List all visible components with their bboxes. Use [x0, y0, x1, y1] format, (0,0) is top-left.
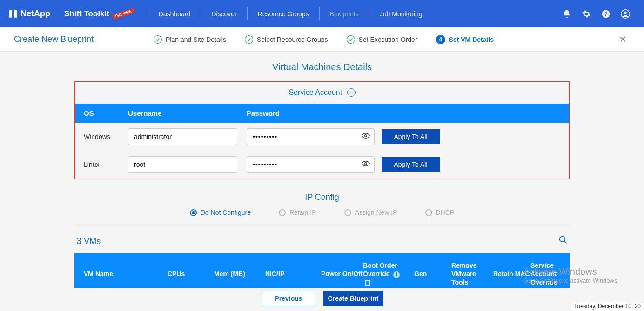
- service-account-row-windows: Windows Apply To All: [75, 123, 569, 151]
- radio-label: Assign New IP: [355, 209, 397, 216]
- nav-dashboard[interactable]: Dashboard: [153, 7, 196, 20]
- help-icon[interactable]: ?: [601, 9, 610, 19]
- apply-to-all-button[interactable]: Apply To All: [382, 157, 440, 172]
- wizard-steps: Plan and Site Details Select Resource Gr…: [154, 35, 494, 44]
- netapp-logo-icon: [9, 10, 17, 18]
- service-account-row-linux: Linux Apply To All: [75, 151, 569, 179]
- top-nav: NetApp Shift Toolkit PREVIEW Dashboard D…: [0, 0, 644, 27]
- os-label: Windows: [84, 133, 128, 140]
- th-gen: Gen: [414, 270, 451, 278]
- step-number-badge: 4: [436, 35, 445, 44]
- wizard-step-1[interactable]: Plan and Site Details: [154, 35, 226, 44]
- password-input[interactable]: [247, 128, 375, 145]
- app-name: Shift Toolkit: [64, 9, 109, 19]
- ip-option-do-not-configure[interactable]: Do Not Configure: [190, 209, 251, 216]
- close-icon[interactable]: ✕: [616, 33, 630, 46]
- service-account-panel: Service Account − OS Username Password W…: [74, 81, 570, 179]
- password-input[interactable]: [247, 156, 375, 173]
- th-boot-order: Boot Order Override i: [363, 261, 414, 287]
- th-vm-name: VM Name: [84, 270, 168, 278]
- create-blueprint-button[interactable]: Create Blueprint: [323, 291, 383, 306]
- ip-config-title: IP Config: [74, 192, 570, 202]
- service-account-header: Service Account −: [75, 82, 569, 104]
- radio-label: Do Not Configure: [201, 209, 251, 216]
- ip-option-assign-new-ip[interactable]: Assign New IP: [344, 209, 397, 216]
- username-input[interactable]: [128, 128, 237, 145]
- content: Virtual Machines Details Service Account…: [0, 52, 644, 288]
- nav-resource-groups[interactable]: Resource Groups: [252, 7, 315, 20]
- th-mem: Mem (MB): [214, 270, 265, 278]
- step-label: Select Resource Groups: [257, 36, 328, 43]
- col-os: OS: [84, 109, 128, 117]
- wizard-step-2[interactable]: Select Resource Groups: [245, 35, 328, 44]
- footer-actions: Previous Create Blueprint: [0, 291, 644, 306]
- wizard-step-4[interactable]: 4 Set VM Details: [436, 35, 494, 44]
- divider: [148, 7, 148, 20]
- svg-line-7: [564, 241, 567, 244]
- wizard-step-3[interactable]: Set Execution Order: [347, 35, 417, 44]
- svg-point-6: [560, 237, 565, 242]
- radio-icon: [344, 209, 351, 216]
- vm-count: 3 VMs: [76, 236, 101, 246]
- step-label: Set Execution Order: [359, 36, 417, 43]
- th-cpus: CPUs: [168, 270, 214, 278]
- collapse-icon[interactable]: −: [347, 88, 356, 97]
- eye-icon[interactable]: [362, 132, 370, 142]
- eye-icon[interactable]: [362, 159, 370, 170]
- step-label: Plan and Site Details: [166, 36, 226, 43]
- col-username: Username: [128, 109, 247, 117]
- preview-badge: PREVIEW: [112, 8, 135, 20]
- nav-icons: ?: [562, 9, 635, 19]
- vm-table-header: VM Name CPUs Mem (MB) NIC/IP Power On/Of…: [74, 253, 570, 288]
- nav-discover[interactable]: Discover: [206, 7, 242, 20]
- divider: [369, 7, 369, 20]
- override-checkbox[interactable]: [365, 280, 370, 286]
- service-account-columns: OS Username Password: [75, 104, 569, 123]
- radio-label: DHCP: [436, 209, 455, 216]
- check-icon: [347, 35, 355, 44]
- radio-icon: [279, 209, 286, 216]
- divider: [247, 7, 248, 20]
- previous-button[interactable]: Previous: [261, 291, 316, 306]
- svg-point-4: [365, 135, 367, 137]
- page-title: Virtual Machines Details: [74, 62, 570, 73]
- th-boot-label: Boot Order Override: [363, 262, 397, 278]
- search-icon[interactable]: [558, 235, 568, 246]
- vm-count-label: VMs: [84, 237, 101, 246]
- th-power: Power On/Off: [321, 270, 363, 278]
- bell-icon[interactable]: [562, 9, 571, 19]
- svg-point-3: [624, 11, 627, 14]
- brand: NetApp: [9, 9, 50, 19]
- divider: [433, 7, 433, 20]
- gear-icon[interactable]: [582, 9, 591, 19]
- radio-icon: [190, 209, 197, 216]
- svg-text:?: ?: [604, 11, 607, 17]
- info-icon[interactable]: i: [393, 271, 400, 278]
- user-icon[interactable]: [621, 9, 630, 19]
- service-account-title: Service Account: [288, 88, 342, 96]
- radio-label: Retain IP: [289, 209, 316, 216]
- svg-point-5: [365, 163, 367, 165]
- vm-count-number: 3: [76, 236, 81, 246]
- brand-text: NetApp: [20, 9, 50, 19]
- divider: [201, 7, 201, 20]
- nav-job-monitoring[interactable]: Job Monitoring: [374, 7, 428, 20]
- th-nic: NIC/IP: [265, 270, 321, 278]
- username-input[interactable]: [128, 156, 237, 173]
- ip-config-options: Do Not Configure Retain IP Assign New IP…: [74, 209, 570, 226]
- check-icon: [245, 35, 253, 44]
- wizard-bar: Create New Blueprint Plan and Site Detai…: [0, 27, 644, 52]
- col-password: Password: [247, 109, 382, 117]
- nav-links: Dashboard Discover Resource Groups Bluep…: [143, 7, 438, 20]
- apply-to-all-button[interactable]: Apply To All: [382, 129, 440, 144]
- radio-icon: [425, 209, 432, 216]
- vm-count-row: 3 VMs: [74, 226, 570, 253]
- th-service-override: Service Account Override: [530, 261, 572, 287]
- th-remove-tools: Remove VMware Tools: [451, 261, 493, 287]
- nav-blueprints[interactable]: Blueprints: [324, 7, 364, 20]
- ip-option-dhcp[interactable]: DHCP: [425, 209, 455, 216]
- th-retain-mac: Retain MAC: [493, 270, 530, 278]
- ip-option-retain-ip[interactable]: Retain IP: [279, 209, 316, 216]
- os-label: Linux: [84, 161, 128, 168]
- check-icon: [154, 35, 162, 44]
